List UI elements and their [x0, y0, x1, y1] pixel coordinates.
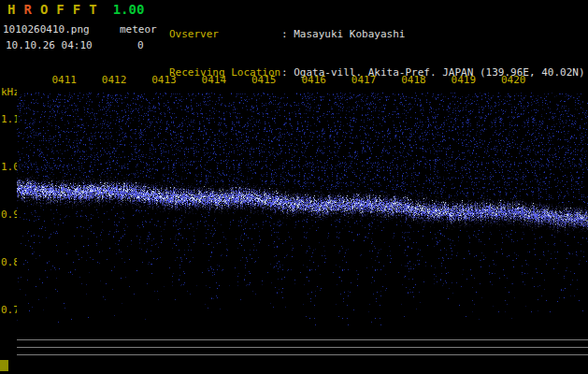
time-tick-label: 0416 — [301, 74, 326, 86]
time-tick-label: 0411 — [51, 74, 77, 86]
observation-timestamp: 10.10.26 04:10 — [6, 39, 93, 51]
time-tick-label: 0417 — [351, 74, 377, 86]
observer-label: Ovserver — [169, 28, 281, 41]
level-panel-line — [17, 347, 588, 348]
time-tick-label: 0412 — [102, 74, 127, 86]
logo-letter: T — [89, 2, 96, 17]
info-row-observer: Ovserver: Masayuki Kobayashi — [169, 28, 585, 41]
level-panel-line — [17, 354, 588, 355]
time-tick-label: 0415 — [251, 74, 277, 86]
time-tick-label: 0419 — [452, 74, 477, 86]
logo-version: 1.00 — [113, 2, 145, 17]
time-axis: 0411041204130414041504160417041804190420 — [0, 74, 588, 85]
meteor-count-label: meteor — [120, 23, 157, 36]
logo-letter: F — [73, 2, 80, 17]
time-tick-label: 0414 — [202, 74, 227, 86]
time-tick-label: 0420 — [501, 74, 526, 86]
logo-letter: O — [40, 2, 48, 17]
meteor-count-value: 0 — [137, 39, 144, 51]
hrofft-screen: HROFFT1.00 1010260410.png meteor 10.10.2… — [0, 0, 588, 374]
level-legend-marker — [0, 360, 8, 371]
logo-letter: F — [56, 2, 64, 17]
level-panel-line — [17, 339, 588, 340]
logo-letter: R — [23, 2, 31, 17]
spectrogram-canvas — [17, 89, 588, 335]
time-tick-label: 0418 — [401, 74, 426, 86]
app-logo: HROFFT1.00 — [7, 2, 144, 17]
time-tick-label: 0413 — [151, 74, 177, 86]
observer-value: : Masayuki Kobayashi — [281, 28, 405, 40]
freq-axis: 1.11.00.90.80.7 — [0, 0, 17, 374]
